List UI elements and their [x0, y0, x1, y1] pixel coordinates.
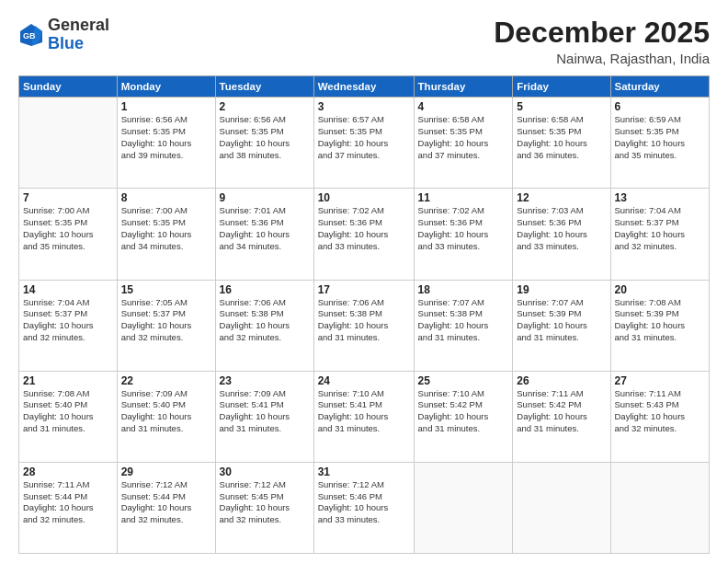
calendar-cell: 28Sunrise: 7:11 AMSunset: 5:44 PMDayligh…	[19, 462, 118, 553]
day-info: Sunrise: 7:07 AMSunset: 5:38 PMDaylight:…	[418, 297, 509, 344]
day-number: 28	[23, 465, 113, 478]
calendar-cell: 17Sunrise: 7:06 AMSunset: 5:38 PMDayligh…	[313, 280, 414, 371]
calendar-cell: 8Sunrise: 7:00 AMSunset: 5:35 PMDaylight…	[117, 189, 215, 280]
calendar-cell	[513, 462, 610, 553]
day-info: Sunrise: 6:58 AMSunset: 5:35 PMDaylight:…	[517, 114, 606, 161]
calendar-cell: 22Sunrise: 7:09 AMSunset: 5:40 PMDayligh…	[117, 371, 215, 462]
day-info: Sunrise: 7:04 AMSunset: 5:37 PMDaylight:…	[615, 205, 706, 252]
day-info: Sunrise: 7:02 AMSunset: 5:36 PMDaylight:…	[418, 205, 509, 252]
day-info: Sunrise: 6:59 AMSunset: 5:35 PMDaylight:…	[615, 114, 706, 161]
day-header-thursday: Thursday	[414, 76, 513, 98]
week-row-5: 28Sunrise: 7:11 AMSunset: 5:44 PMDayligh…	[19, 462, 710, 553]
logo-blue-text: Blue	[48, 34, 84, 52]
day-info: Sunrise: 7:09 AMSunset: 5:41 PMDaylight:…	[220, 388, 310, 435]
day-header-wednesday: Wednesday	[313, 76, 414, 98]
svg-text:GB: GB	[23, 31, 36, 40]
calendar-cell: 29Sunrise: 7:12 AMSunset: 5:44 PMDayligh…	[117, 462, 215, 553]
day-info: Sunrise: 6:56 AMSunset: 5:35 PMDaylight:…	[220, 114, 310, 161]
day-info: Sunrise: 7:12 AMSunset: 5:44 PMDaylight:…	[121, 479, 211, 526]
day-header-friday: Friday	[513, 76, 610, 98]
day-header-saturday: Saturday	[610, 76, 710, 98]
day-number: 3	[318, 100, 410, 113]
day-info: Sunrise: 7:04 AMSunset: 5:37 PMDaylight:…	[23, 297, 113, 344]
calendar-cell: 10Sunrise: 7:02 AMSunset: 5:36 PMDayligh…	[313, 189, 414, 280]
calendar-cell: 13Sunrise: 7:04 AMSunset: 5:37 PMDayligh…	[610, 189, 710, 280]
day-info: Sunrise: 7:06 AMSunset: 5:38 PMDaylight:…	[220, 297, 310, 344]
day-number: 9	[220, 191, 310, 204]
header: GB General Blue December 2025 Nainwa, Ra…	[18, 17, 710, 66]
month-title: December 2025	[494, 17, 710, 49]
day-info: Sunrise: 7:11 AMSunset: 5:42 PMDaylight:…	[517, 388, 606, 435]
logo: GB General Blue	[18, 17, 109, 53]
page: GB General Blue December 2025 Nainwa, Ra…	[0, 0, 728, 563]
day-number: 17	[318, 283, 410, 296]
title-block: December 2025 Nainwa, Rajasthan, India	[494, 17, 710, 66]
calendar-cell: 26Sunrise: 7:11 AMSunset: 5:42 PMDayligh…	[513, 371, 610, 462]
calendar-cell: 12Sunrise: 7:03 AMSunset: 5:36 PMDayligh…	[513, 189, 610, 280]
day-info: Sunrise: 7:00 AMSunset: 5:35 PMDaylight:…	[121, 205, 211, 252]
day-number: 20	[615, 283, 706, 296]
day-info: Sunrise: 6:58 AMSunset: 5:35 PMDaylight:…	[418, 114, 509, 161]
location-title: Nainwa, Rajasthan, India	[494, 51, 710, 66]
day-number: 13	[615, 191, 706, 204]
day-info: Sunrise: 7:08 AMSunset: 5:40 PMDaylight:…	[23, 388, 113, 435]
calendar-cell: 21Sunrise: 7:08 AMSunset: 5:40 PMDayligh…	[19, 371, 118, 462]
day-info: Sunrise: 7:05 AMSunset: 5:37 PMDaylight:…	[121, 297, 211, 344]
calendar-cell: 23Sunrise: 7:09 AMSunset: 5:41 PMDayligh…	[215, 371, 313, 462]
day-info: Sunrise: 7:03 AMSunset: 5:36 PMDaylight:…	[517, 205, 606, 252]
day-info: Sunrise: 7:08 AMSunset: 5:39 PMDaylight:…	[615, 297, 706, 344]
day-info: Sunrise: 7:10 AMSunset: 5:41 PMDaylight:…	[318, 388, 410, 435]
day-number: 11	[418, 191, 509, 204]
day-info: Sunrise: 6:56 AMSunset: 5:35 PMDaylight:…	[121, 114, 211, 161]
day-number: 4	[418, 100, 509, 113]
day-number: 21	[23, 374, 113, 387]
calendar-cell	[610, 462, 710, 553]
day-number: 12	[517, 191, 606, 204]
day-number: 29	[121, 465, 211, 478]
day-number: 22	[121, 374, 211, 387]
day-number: 10	[318, 191, 410, 204]
calendar-cell: 1Sunrise: 6:56 AMSunset: 5:35 PMDaylight…	[117, 98, 215, 189]
day-number: 16	[220, 283, 310, 296]
day-info: Sunrise: 7:12 AMSunset: 5:46 PMDaylight:…	[318, 479, 410, 526]
calendar-cell: 16Sunrise: 7:06 AMSunset: 5:38 PMDayligh…	[215, 280, 313, 371]
day-info: Sunrise: 7:06 AMSunset: 5:38 PMDaylight:…	[318, 297, 410, 344]
day-info: Sunrise: 7:12 AMSunset: 5:45 PMDaylight:…	[220, 479, 310, 526]
day-header-sunday: Sunday	[19, 76, 118, 98]
day-number: 19	[517, 283, 606, 296]
week-row-4: 21Sunrise: 7:08 AMSunset: 5:40 PMDayligh…	[19, 371, 710, 462]
day-number: 6	[615, 100, 706, 113]
day-number: 23	[220, 374, 310, 387]
day-info: Sunrise: 7:00 AMSunset: 5:35 PMDaylight:…	[23, 205, 113, 252]
day-info: Sunrise: 6:57 AMSunset: 5:35 PMDaylight:…	[318, 114, 410, 161]
day-number: 1	[121, 100, 211, 113]
day-header-tuesday: Tuesday	[215, 76, 313, 98]
calendar-cell: 15Sunrise: 7:05 AMSunset: 5:37 PMDayligh…	[117, 280, 215, 371]
week-row-3: 14Sunrise: 7:04 AMSunset: 5:37 PMDayligh…	[19, 280, 710, 371]
calendar-cell: 9Sunrise: 7:01 AMSunset: 5:36 PMDaylight…	[215, 189, 313, 280]
logo-general-text: General	[48, 16, 109, 34]
day-header-monday: Monday	[117, 76, 215, 98]
day-number: 26	[517, 374, 606, 387]
day-info: Sunrise: 7:02 AMSunset: 5:36 PMDaylight:…	[318, 205, 410, 252]
calendar-cell: 20Sunrise: 7:08 AMSunset: 5:39 PMDayligh…	[610, 280, 710, 371]
calendar-cell: 31Sunrise: 7:12 AMSunset: 5:46 PMDayligh…	[313, 462, 414, 553]
calendar-cell: 24Sunrise: 7:10 AMSunset: 5:41 PMDayligh…	[313, 371, 414, 462]
day-number: 18	[418, 283, 509, 296]
day-number: 25	[418, 374, 509, 387]
calendar-cell: 30Sunrise: 7:12 AMSunset: 5:45 PMDayligh…	[215, 462, 313, 553]
calendar-cell: 6Sunrise: 6:59 AMSunset: 5:35 PMDaylight…	[610, 98, 710, 189]
day-number: 5	[517, 100, 606, 113]
day-number: 30	[220, 465, 310, 478]
week-row-1: 1Sunrise: 6:56 AMSunset: 5:35 PMDaylight…	[19, 98, 710, 189]
calendar-header-row: SundayMondayTuesdayWednesdayThursdayFrid…	[19, 76, 710, 98]
calendar-table: SundayMondayTuesdayWednesdayThursdayFrid…	[18, 75, 710, 554]
day-number: 14	[23, 283, 113, 296]
calendar-cell: 4Sunrise: 6:58 AMSunset: 5:35 PMDaylight…	[414, 98, 513, 189]
calendar-cell: 27Sunrise: 7:11 AMSunset: 5:43 PMDayligh…	[610, 371, 710, 462]
day-info: Sunrise: 7:07 AMSunset: 5:39 PMDaylight:…	[517, 297, 606, 344]
day-number: 2	[220, 100, 310, 113]
calendar-cell	[414, 462, 513, 553]
calendar-cell	[19, 98, 118, 189]
day-info: Sunrise: 7:11 AMSunset: 5:43 PMDaylight:…	[615, 388, 706, 435]
